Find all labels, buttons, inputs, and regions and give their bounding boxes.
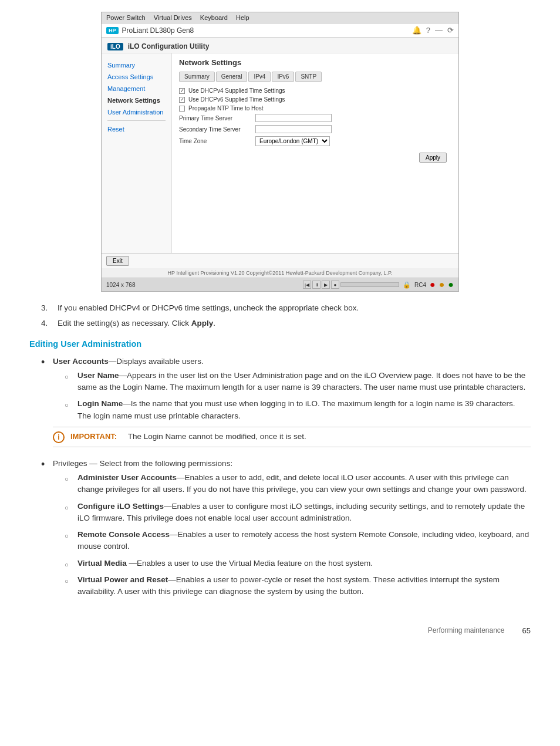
sidebar-item-summary[interactable]: Summary <box>102 59 171 71</box>
virtual-media-text: Virtual Media —Enables a user to use the… <box>77 558 373 569</box>
doc-content: 3. If you enabled DHCPv4 or DHCPv6 time … <box>23 302 537 635</box>
important-text: The Login Name cannot be modified, once … <box>119 432 306 441</box>
bullet-privileges-content: Privileges — Select from the following p… <box>53 458 531 603</box>
sub-dot-loginname: ○ <box>65 398 77 410</box>
numbered-item-4: 4. Edit the setting(s) as necessary. Cli… <box>29 318 531 329</box>
tab-general[interactable]: General <box>216 72 248 82</box>
ilo-screenshot: Power Switch Virtual Drives Keyboard Hel… <box>101 12 459 292</box>
help-icon[interactable]: ? <box>426 26 430 35</box>
checkbox-dhcpv4-row: Use DHCPv4 Supplied Time Settings <box>179 87 451 94</box>
sub-administer: ○ Administer User Accounts—Enables a use… <box>65 472 531 496</box>
sidebar-item-management[interactable]: Management <box>102 83 171 94</box>
checkbox-dhcpv6[interactable] <box>179 97 185 103</box>
ilo-statusbar: 1024 x 768 |◀ ⏸ ▶ ● 🔒 RC4 ● ● ● <box>102 278 458 291</box>
tab-ipv4[interactable]: IPv4 <box>248 72 271 82</box>
ilo-sidebar: Summary Access Settings Management Netwo… <box>102 53 172 253</box>
sub-dot-remote: ○ <box>65 529 77 541</box>
sub-configure-ilo: ○ Configure iLO Settings—Enables a user … <box>65 501 531 525</box>
network-settings-title: Network Settings <box>179 58 451 67</box>
login-name-text: Login Name—Is the name that you must use… <box>77 398 531 422</box>
exit-button[interactable]: Exit <box>106 256 129 266</box>
item-3-num: 3. <box>41 302 58 314</box>
network-tabs: Summary General IPv4 IPv6 SNTP <box>179 72 451 82</box>
checkbox-dhcpv4-label: Use DHCPv4 Supplied Time Settings <box>188 87 285 94</box>
privileges-suffix: — Select from the following permissions: <box>87 459 233 468</box>
media-pause[interactable]: ⏸ <box>312 281 321 289</box>
sub-dot-vmedia: ○ <box>65 558 77 570</box>
menu-power-switch[interactable]: Power Switch <box>106 14 146 21</box>
ilo-titlebar: HP ProLiant DL380p Gen8 🔔 ? — ⟳ <box>102 23 458 38</box>
apply-area: Apply <box>179 149 451 163</box>
media-progress-bar[interactable] <box>340 282 399 287</box>
user-name-text: User Name—Appears in the user list on th… <box>77 370 531 394</box>
important-box: i IMPORTANT: The Login Name cannot be mo… <box>53 427 531 447</box>
checkbox-propagate-label: Propagate NTP Time to Host <box>188 105 264 112</box>
refresh-icon[interactable]: ⟳ <box>447 26 454 35</box>
bullet-dot-2: • <box>41 458 53 470</box>
sub-login-name: ○ Login Name—Is the name that you must u… <box>65 398 531 422</box>
tab-ipv6[interactable]: IPv6 <box>272 72 294 82</box>
virtual-power-text: Virtual Power and Reset—Enables a user t… <box>77 574 531 598</box>
apply-button[interactable]: Apply <box>419 153 447 163</box>
sidebar-item-user-admin[interactable]: User Administration <box>102 106 171 118</box>
sidebar-divider <box>107 120 166 121</box>
checkbox-propagate[interactable] <box>179 106 185 112</box>
privileges-label: Privileges <box>53 459 87 468</box>
user-accounts-sub-list: ○ User Name—Appears in the user list on … <box>65 370 531 422</box>
remote-console-text: Remote Console Access—Enables a user to … <box>77 529 531 553</box>
secondary-time-input[interactable] <box>255 125 332 133</box>
tab-summary[interactable]: Summary <box>179 72 215 82</box>
ilo-main-panel: Network Settings Summary General IPv4 IP… <box>172 53 458 253</box>
dot-yellow: ● <box>439 279 445 290</box>
sub-virtual-media: ○ Virtual Media —Enables a user to use t… <box>65 558 531 570</box>
ilo-config-header: iLO iLO Configuration Utility <box>102 38 458 53</box>
dot-green: ● <box>448 279 454 290</box>
secondary-time-server-row: Secondary Time Server <box>179 125 451 133</box>
editing-user-admin-heading: Editing User Administration <box>29 339 531 349</box>
checkbox-dhcpv4[interactable] <box>179 88 185 94</box>
window-title: ProLiant DL380p Gen8 <box>122 26 194 35</box>
menu-help[interactable]: Help <box>236 14 249 21</box>
primary-time-input[interactable] <box>255 114 332 122</box>
menu-keyboard[interactable]: Keyboard <box>200 14 228 21</box>
numbered-item-3: 3. If you enabled DHCPv4 or DHCPv6 time … <box>29 302 531 314</box>
sidebar-item-access[interactable]: Access Settings <box>102 71 171 83</box>
configure-ilo-text: Configure iLO Settings—Enables a user to… <box>77 501 531 525</box>
footer-label: Performing maintenance <box>428 626 505 634</box>
bullet-dot-1: • <box>41 356 53 367</box>
menu-virtual-drives[interactable]: Virtual Drives <box>154 14 192 21</box>
ilo-footer: Exit <box>102 253 458 268</box>
timezone-select[interactable]: Europe/London (GMT) <box>255 136 330 146</box>
ilo-content-area: Summary Access Settings Management Netwo… <box>102 53 458 253</box>
checkbox-propagate-row: Propagate NTP Time to Host <box>179 105 451 112</box>
dot-red: ● <box>430 279 436 290</box>
page-footer: Performing maintenance 65 <box>29 626 531 635</box>
minimize-icon[interactable]: — <box>435 26 443 35</box>
primary-time-server-row: Primary Time Server <box>179 114 451 122</box>
titlebar-left: HP ProLiant DL380p Gen8 <box>106 26 194 35</box>
privileges-sub-list: ○ Administer User Accounts—Enables a use… <box>65 472 531 598</box>
sub-user-name: ○ User Name—Appears in the user list on … <box>65 370 531 394</box>
ilo-badge: iLO <box>107 43 123 50</box>
ilo-copyright: HP Intelligent Provisioning V1.20 Copyri… <box>102 268 458 278</box>
media-play[interactable]: ▶ <box>322 281 330 289</box>
sub-dot-administer: ○ <box>65 472 77 484</box>
page-number: 65 <box>522 626 531 635</box>
important-label: IMPORTANT: <box>70 432 117 441</box>
titlebar-icons: 🔔 ? — ⟳ <box>412 26 454 35</box>
media-prev[interactable]: |◀ <box>303 281 311 289</box>
important-content: IMPORTANT: The Login Name cannot be modi… <box>70 431 306 443</box>
sub-remote-console: ○ Remote Console Access—Enables a user t… <box>65 529 531 553</box>
administer-text: Administer User Accounts—Enables a user … <box>77 472 531 496</box>
item-3-text: If you enabled DHCPv4 or DHCPv6 time set… <box>58 302 359 314</box>
tab-sntp[interactable]: SNTP <box>295 72 322 82</box>
ilo-config-title: iLO Configuration Utility <box>128 42 210 50</box>
sidebar-item-network[interactable]: Network Settings <box>102 94 171 106</box>
rc4-label: RC4 <box>414 282 426 288</box>
bell-icon[interactable]: 🔔 <box>412 26 421 35</box>
sidebar-item-reset[interactable]: Reset <box>102 123 171 135</box>
media-next[interactable]: ● <box>331 281 339 289</box>
item-4-num: 4. <box>41 318 58 329</box>
user-accounts-suffix: —Displays available users. <box>109 357 204 366</box>
sub-dot-username: ○ <box>65 370 77 382</box>
